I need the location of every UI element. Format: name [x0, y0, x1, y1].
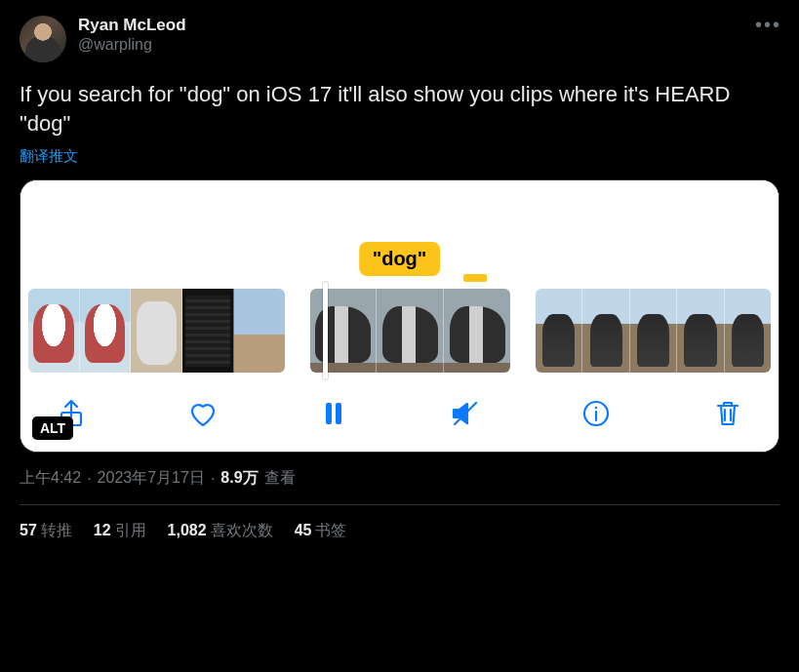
clip-thumbnail — [677, 289, 724, 373]
quotes-stat[interactable]: 12引用 — [94, 521, 146, 541]
trash-icon[interactable] — [710, 396, 745, 431]
clip-group-3[interactable] — [536, 289, 771, 373]
tweet-header: Ryan McLeod @warpling — [20, 16, 779, 62]
clip-thumbnail — [182, 289, 234, 373]
playhead[interactable] — [323, 282, 328, 379]
heart-icon[interactable] — [185, 396, 220, 431]
clip-thumbnail — [310, 289, 378, 373]
clip-thumbnail — [377, 289, 444, 373]
tweet-text: If you search for "dog" on iOS 17 it'll … — [20, 80, 779, 138]
caption-chip: "dog" — [359, 242, 441, 276]
dot-separator: · — [211, 470, 215, 488]
clip-group-1[interactable] — [28, 289, 285, 373]
media-top-whitespace: "dog" — [20, 180, 779, 286]
clip-thumbnail — [582, 289, 629, 373]
clip-thumbnail — [725, 289, 771, 373]
more-options-button[interactable]: ••• — [755, 14, 781, 36]
views-label: 查看 — [264, 468, 296, 489]
display-name: Ryan McLeod — [78, 16, 186, 35]
clip-thumbnail — [131, 289, 182, 373]
alt-badge[interactable]: ALT — [32, 416, 73, 440]
likes-stat[interactable]: 1,082喜欢次数 — [168, 521, 273, 541]
info-icon[interactable] — [579, 396, 614, 431]
media-card[interactable]: "dog" — [20, 179, 779, 453]
clip-thumbnail — [80, 289, 132, 373]
video-timeline[interactable] — [20, 286, 779, 376]
views-value: 8.9万 — [220, 468, 258, 489]
author-names[interactable]: Ryan McLeod @warpling — [78, 16, 186, 55]
dot-separator: · — [87, 470, 91, 488]
date-text: 2023年7月17日 — [98, 468, 205, 489]
divider — [20, 504, 779, 505]
clip-thumbnail — [630, 289, 677, 373]
handle: @warpling — [78, 35, 186, 54]
clip-thumbnail — [234, 289, 285, 373]
retweets-stat[interactable]: 57转推 — [20, 521, 72, 541]
clip-thumbnail — [536, 289, 582, 373]
tweet-stats: 57转推 12引用 1,082喜欢次数 45书签 — [20, 521, 779, 541]
bookmarks-stat[interactable]: 45书签 — [295, 521, 347, 541]
tweet-container: Ryan McLeod @warpling ••• If you search … — [0, 0, 799, 541]
tweet-meta[interactable]: 上午4:42 · 2023年7月17日 · 8.9万 查看 — [20, 468, 779, 489]
time-text: 上午4:42 — [20, 468, 81, 489]
avatar[interactable] — [20, 16, 66, 62]
mute-icon[interactable] — [448, 396, 483, 431]
clip-group-2[interactable] — [310, 289, 510, 373]
media-toolbar — [20, 376, 779, 452]
translate-link[interactable]: 翻译推文 — [20, 147, 78, 166]
svg-rect-1 — [326, 403, 332, 424]
clip-thumbnail — [28, 289, 80, 373]
clip-thumbnail — [444, 289, 510, 373]
svg-point-5 — [595, 407, 598, 410]
keyword-marker — [463, 274, 487, 282]
pause-icon[interactable] — [316, 396, 351, 431]
svg-rect-2 — [336, 403, 341, 424]
